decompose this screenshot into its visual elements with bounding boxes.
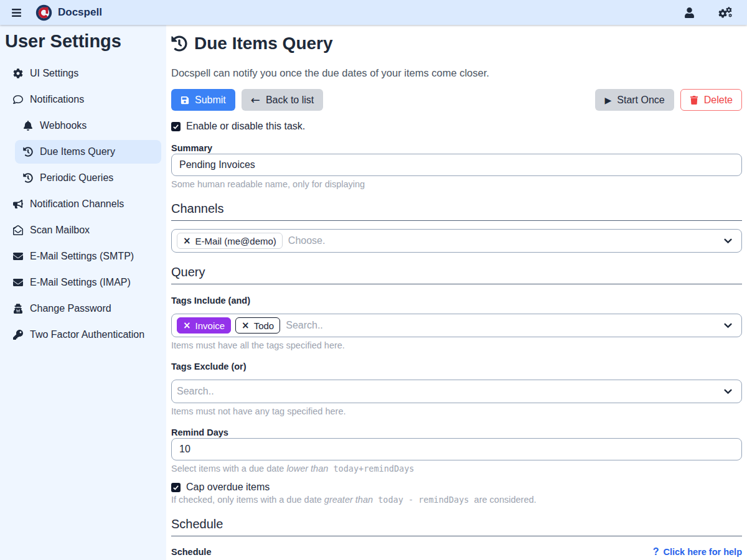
cap-overdue-label: Cap overdue items (186, 482, 270, 493)
tags-include-select[interactable]: ×Invoice×Todo Search.. (171, 314, 742, 337)
sidebar-item-label: Scan Mailbox (30, 225, 90, 236)
comment-icon (12, 95, 23, 105)
settings-sidebar: User Settings UI SettingsNotificationsWe… (0, 25, 166, 560)
envelope-icon (12, 278, 23, 287)
back-to-list-button[interactable]: ← Back to list (242, 89, 323, 111)
docspell-logo-icon (35, 4, 52, 21)
schedule-heading: Schedule (171, 517, 742, 536)
settings-cogs-icon[interactable] (716, 4, 735, 21)
chevron-down-icon[interactable] (724, 389, 732, 394)
back-to-list-label: Back to list (266, 95, 314, 106)
sidebar-item-two-factor-authentication[interactable]: Two Factor Authentication (5, 323, 161, 347)
chevron-down-icon[interactable] (724, 323, 732, 329)
chevron-down-icon[interactable] (724, 238, 732, 244)
envelope-open-icon (12, 225, 23, 235)
query-heading: Query (171, 265, 742, 284)
history-icon (22, 173, 33, 183)
arrow-left-icon: ← (251, 95, 260, 106)
page-title: Due Items Query (171, 34, 742, 54)
delete-button[interactable]: Delete (680, 89, 742, 111)
sidebar-item-label: Change Password (30, 303, 111, 314)
summary-label: Summary (171, 143, 742, 153)
channels-select[interactable]: × E-Mail (me@demo) Choose. (171, 229, 742, 253)
submit-button[interactable]: Submit (171, 89, 235, 111)
sidebar-item-label: UI Settings (30, 68, 78, 79)
channel-chip-label: E-Mail (me@demo) (195, 236, 276, 246)
tags-exclude-select[interactable]: Search.. (171, 380, 742, 403)
envelope-icon (12, 251, 23, 261)
save-icon (181, 96, 189, 105)
start-once-label: Start Once (617, 95, 664, 106)
remove-chip-icon[interactable]: × (183, 320, 191, 331)
main-content: Due Items Query Docspell can notify you … (166, 25, 747, 560)
top-navbar: Docspell (0, 0, 747, 25)
sidebar-item-label: Notification Channels (30, 198, 124, 210)
history-icon (22, 147, 33, 157)
schedule-help-text: Click here for help (663, 547, 742, 557)
sidebar-item-label: Notifications (30, 94, 84, 105)
sidebar-item-label: E-Mail Settings (SMTP) (30, 251, 134, 262)
play-icon: ▶ (604, 96, 611, 105)
start-once-button[interactable]: ▶ Start Once (595, 89, 674, 111)
delete-label: Delete (704, 95, 733, 106)
tag-chip-invoice[interactable]: ×Invoice (177, 317, 231, 334)
submit-label: Submit (195, 95, 226, 106)
enable-task-checkbox[interactable] (171, 122, 181, 131)
tags-include-label: Tags Include (and) (171, 296, 742, 306)
cap-overdue-checkbox[interactable] (171, 483, 181, 492)
remove-chip-icon[interactable]: × (183, 235, 191, 246)
tag-chip-label: Invoice (195, 320, 225, 331)
summary-hint: Some human readable name, only for displ… (171, 179, 742, 189)
tags-include-hint: Items must have all the tags specified h… (171, 340, 742, 350)
sidebar-item-notification-channels[interactable]: Notification Channels (5, 192, 161, 216)
sidebar-item-notifications[interactable]: Notifications (5, 88, 161, 111)
schedule-label: Schedule (171, 547, 211, 557)
sidebar-item-periodic-queries[interactable]: Periodic Queries (15, 166, 161, 190)
tag-chip-label: Todo (254, 320, 275, 331)
sidebar-item-webhooks[interactable]: Webhooks (15, 114, 161, 138)
bell-icon (22, 121, 33, 131)
question-icon: ? (653, 546, 659, 558)
cap-overdue-hint: If checked, only items with a due date g… (171, 495, 742, 505)
page-description: Docspell can notify you once the due dat… (171, 67, 742, 79)
page-title-text: Due Items Query (194, 34, 333, 54)
summary-input[interactable] (171, 154, 742, 176)
sidebar-item-e-mail-settings-smtp-[interactable]: E-Mail Settings (SMTP) (5, 245, 161, 268)
sidebar-item-e-mail-settings-imap-[interactable]: E-Mail Settings (IMAP) (5, 271, 161, 294)
tags-exclude-label: Tags Exclude (or) (171, 362, 742, 371)
channels-placeholder: Choose. (288, 235, 326, 246)
brand-name: Docspell (58, 6, 102, 19)
docspell-brand[interactable]: Docspell (35, 4, 102, 21)
sidebar-nav: UI SettingsNotificationsWebhooksDue Item… (2, 62, 164, 347)
history-icon (171, 35, 187, 52)
sidebar-item-scan-mailbox[interactable]: Scan Mailbox (5, 218, 161, 242)
channels-heading: Channels (171, 202, 742, 221)
remove-chip-icon[interactable]: × (242, 320, 250, 331)
hamburger-menu-icon[interactable] (9, 5, 24, 21)
sidebar-item-label: Periodic Queries (40, 172, 113, 184)
trash-icon (690, 96, 698, 105)
enable-task-label: Enable or disable this task. (186, 121, 305, 132)
tags-exclude-hint: Items must not have any tag specified he… (171, 406, 742, 416)
sidebar-item-label: Two Factor Authentication (30, 329, 144, 340)
remind-days-hint: Select items with a due date lower than … (171, 464, 742, 474)
channel-chip[interactable]: × E-Mail (me@demo) (177, 233, 283, 249)
tags-exclude-placeholder: Search.. (177, 386, 214, 397)
sidebar-title: User Settings (5, 31, 162, 52)
user-account-icon[interactable] (682, 5, 697, 21)
sidebar-item-change-password[interactable]: Change Password (5, 297, 161, 320)
key-icon (12, 330, 23, 340)
sidebar-item-label: Due Items Query (40, 146, 115, 157)
remind-days-input[interactable] (171, 438, 742, 460)
sidebar-item-ui-settings[interactable]: UI Settings (5, 62, 161, 85)
user-secret-icon (12, 304, 23, 314)
tag-chip-todo[interactable]: ×Todo (235, 317, 280, 334)
sidebar-item-due-items-query[interactable]: Due Items Query (15, 140, 161, 164)
schedule-help-link[interactable]: ? Click here for help (653, 546, 742, 558)
remind-days-label: Remind Days (171, 427, 742, 437)
sidebar-item-label: Webhooks (40, 120, 87, 131)
tags-include-placeholder: Search.. (286, 320, 323, 331)
cog-icon (12, 68, 23, 78)
sidebar-item-label: E-Mail Settings (IMAP) (30, 277, 131, 288)
bullhorn-icon (12, 199, 23, 209)
